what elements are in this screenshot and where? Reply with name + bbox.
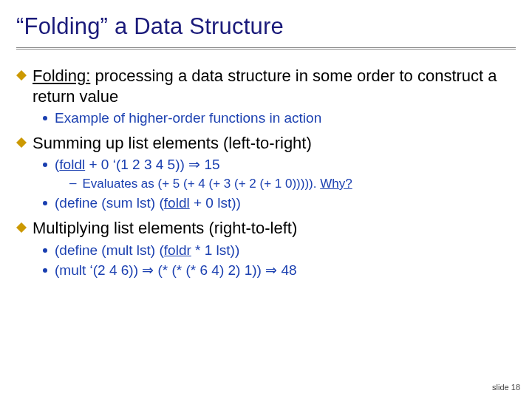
title-divider (16, 47, 516, 50)
bullet-multiplying: Multiplying list elements (right-to-left… (16, 218, 516, 239)
diamond-icon (16, 70, 27, 81)
t: + 0 ‘(1 2 3 4 5)) (85, 157, 188, 172)
sub-mult-eval-text: (mult ‘(2 4 6)) ⇒ (* (* (* 6 4) 2) 1)) ⇒… (55, 262, 297, 279)
dot-icon (43, 248, 47, 253)
sub-define-sum-text: (define (sum lst) (foldl + 0 lst)) (55, 194, 241, 212)
subsub-evaluates-text: Evaluates as (+ 5 (+ 4 (+ 3 (+ 2 (+ 1 0)… (82, 176, 352, 191)
t: + 0 lst)) (190, 195, 241, 211)
t: 15 (200, 157, 219, 172)
bullet-folding-rest: processing a data structure in some orde… (33, 66, 497, 106)
subsub-evaluates: – Evaluates as (+ 5 (+ 4 (+ 3 (+ 2 (+ 1 … (69, 176, 516, 191)
dot-icon (43, 163, 47, 167)
slide-number: slide 18 (492, 383, 520, 392)
sub-mult-eval: (mult ‘(2 4 6)) ⇒ (* (* (* 6 4) 2) 1)) ⇒… (43, 262, 516, 279)
slide: “Folding” a Data Structure Folding: proc… (0, 0, 532, 399)
sub-example-higher-order-text: Example of higher-order functions in act… (55, 109, 321, 127)
bullet-summing: Summing up list elements (left-to-right) (16, 133, 516, 154)
sub-foldl-expr-text: (foldl + 0 ‘(1 2 3 4 5)) ⇒ 15 (55, 156, 220, 174)
svg-marker-0 (16, 70, 27, 81)
sub-foldl-expr: (foldl + 0 ‘(1 2 3 4 5)) ⇒ 15 (43, 156, 516, 174)
t: (define (mult lst) ( (55, 242, 164, 258)
t: (define (sum lst) ( (55, 195, 164, 211)
arrow-icon: ⇒ (188, 157, 200, 172)
svg-marker-2 (16, 222, 27, 233)
t: * 1 lst)) (191, 242, 239, 258)
dot-icon (43, 268, 47, 273)
dot-icon (43, 116, 47, 120)
t: (* (* (* 6 4) 2) 1)) (154, 262, 265, 278)
sub-define-mult: (define (mult lst) (foldr * 1 lst)) (43, 242, 516, 259)
term-why: Why? (320, 177, 352, 191)
diamond-icon (16, 137, 27, 148)
arrow-icon: ⇒ (142, 262, 154, 278)
term-foldr: foldr (164, 242, 191, 258)
dash-icon: – (69, 176, 76, 191)
slide-title: “Folding” a Data Structure (16, 13, 516, 40)
svg-marker-1 (16, 137, 27, 148)
sub-define-mult-text: (define (mult lst) (foldr * 1 lst)) (55, 242, 239, 259)
bullet-folding: Folding: processing a data structure in … (16, 66, 516, 106)
bullet-summing-text: Summing up list elements (left-to-right) (33, 133, 312, 154)
term-foldl: foldl (164, 195, 190, 211)
diamond-icon (16, 222, 27, 233)
term-folding: Folding: (33, 66, 90, 85)
bullet-folding-text: Folding: processing a data structure in … (33, 66, 516, 106)
term-foldl: foldl (59, 157, 85, 172)
sub-define-sum: (define (sum lst) (foldl + 0 lst)) (43, 194, 516, 212)
arrow-icon: ⇒ (265, 262, 277, 278)
dot-icon (43, 201, 47, 205)
t: 48 (277, 262, 296, 278)
sub-example-higher-order: Example of higher-order functions in act… (43, 109, 516, 127)
t: Evaluates as (+ 5 (+ 4 (+ 3 (+ 2 (+ 1 0)… (82, 177, 320, 191)
t: (mult ‘(2 4 6)) (55, 262, 142, 278)
bullet-multiplying-text: Multiplying list elements (right-to-left… (33, 218, 297, 239)
